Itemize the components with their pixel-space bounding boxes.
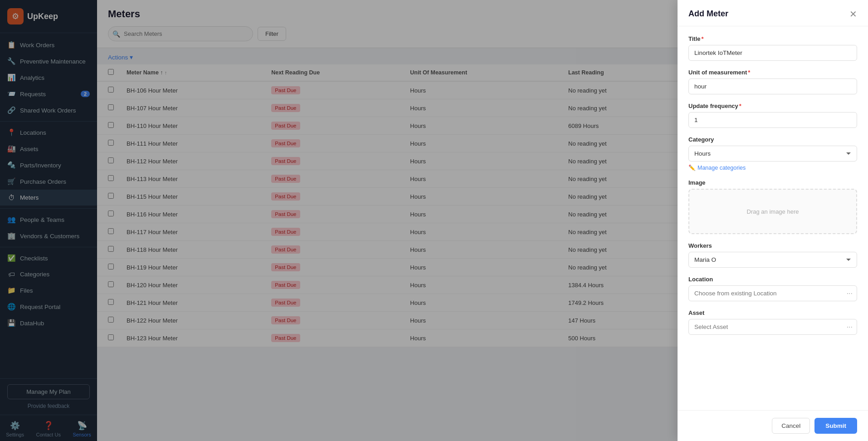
update-frequency-input[interactable]: [688, 112, 857, 128]
location-dots-button[interactable]: ···: [847, 289, 853, 298]
location-input[interactable]: [688, 285, 857, 301]
panel-header: Add Meter ✕: [678, 0, 868, 26]
asset-input[interactable]: [688, 319, 857, 335]
manage-categories-link[interactable]: ✏️ Manage categories: [688, 164, 857, 171]
category-label: Category: [688, 136, 857, 143]
asset-input-wrap: ···: [688, 319, 857, 335]
submit-button[interactable]: Submit: [814, 418, 857, 434]
location-field-group: Location ···: [688, 276, 857, 301]
edit-icon: ✏️: [688, 164, 696, 171]
title-label: Title*: [688, 35, 857, 42]
image-field-group: Image Drag an image here: [688, 179, 857, 234]
close-panel-button[interactable]: ✕: [849, 10, 857, 19]
title-field-group: Title*: [688, 35, 857, 61]
workers-field-group: Workers Maria O John D Sarah K: [688, 242, 857, 268]
unit-input[interactable]: [688, 78, 857, 94]
panel-body: Title* Unit of measurement* Update frequ…: [678, 26, 868, 410]
workers-select-wrap: Maria O John D Sarah K: [688, 252, 857, 268]
image-drop-area[interactable]: Drag an image here: [688, 189, 857, 234]
asset-dots-button[interactable]: ···: [847, 323, 853, 331]
unit-label: Unit of measurement*: [688, 69, 857, 76]
image-drop-text: Drag an image here: [747, 208, 799, 215]
location-input-wrap: ···: [688, 285, 857, 301]
update-frequency-label: Update frequency*: [688, 103, 857, 109]
unit-field-group: Unit of measurement*: [688, 69, 857, 94]
location-label: Location: [688, 276, 857, 283]
add-meter-panel: Add Meter ✕ Title* Unit of measurement* …: [678, 0, 868, 441]
image-label: Image: [688, 179, 857, 186]
asset-label: Asset: [688, 309, 857, 316]
category-field-group: Category Hours Miles Kilometers Custom ✏…: [688, 136, 857, 171]
workers-label: Workers: [688, 242, 857, 249]
panel-footer: Cancel Submit: [678, 410, 868, 441]
cancel-button[interactable]: Cancel: [772, 418, 810, 434]
panel-title: Add Meter: [688, 9, 728, 19]
workers-select[interactable]: Maria O John D Sarah K: [688, 252, 857, 268]
category-select[interactable]: Hours Miles Kilometers Custom: [688, 146, 857, 162]
asset-field-group: Asset ···: [688, 309, 857, 335]
title-input[interactable]: [688, 45, 857, 61]
update-frequency-field-group: Update frequency*: [688, 103, 857, 128]
